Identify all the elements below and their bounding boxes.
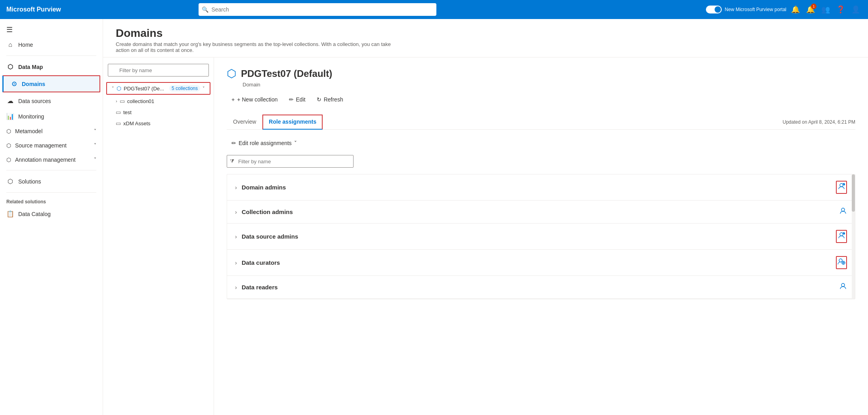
collections-count-badge: 5 collections bbox=[169, 85, 200, 92]
sidebar-item-metamodel-label: Metamodel bbox=[15, 128, 42, 134]
sidebar-item-home[interactable]: ⌂ Home bbox=[0, 37, 103, 52]
sidebar-item-data-map-label: Data Map bbox=[18, 64, 43, 70]
tree-item-test[interactable]: ▭ test bbox=[103, 107, 214, 118]
role-chevron-icon-3: › bbox=[235, 233, 237, 240]
tab-overview-label: Overview bbox=[233, 119, 256, 125]
sidebar-item-monitoring[interactable]: 📊 Monitoring bbox=[0, 109, 103, 124]
new-collection-button[interactable]: + + New collection bbox=[227, 94, 283, 105]
sidebar: ☰ ⌂ Home ⬡ Data Map ⊙ Domains ☁ Data sou… bbox=[0, 19, 103, 415]
svg-point-7 bbox=[839, 259, 842, 262]
tree-item-xdm-assets[interactable]: ▭ xDM Assets bbox=[103, 118, 214, 129]
edit-label: Edit bbox=[296, 96, 306, 103]
brand-logo: Microsoft Purview bbox=[6, 6, 61, 13]
detail-panel: ⬡ PDGTest07 (Default) Domain + + New col… bbox=[214, 57, 868, 415]
tree-root-chevron-icon: ˅ bbox=[112, 86, 114, 91]
tab-role-assignments[interactable]: Role assignments bbox=[262, 115, 323, 130]
tree-child-label-3: xDM Assets bbox=[123, 120, 209, 126]
domains-icon: ⊙ bbox=[10, 80, 18, 88]
edit-button[interactable]: ✏ Edit bbox=[284, 94, 310, 105]
tree-child-icon-1: ▭ bbox=[120, 98, 125, 104]
data-readers-role-icon bbox=[839, 282, 847, 292]
portal-toggle-label: New Microsoft Purview portal bbox=[725, 7, 786, 12]
sidebar-item-data-catalog[interactable]: 📋 Data Catalog bbox=[0, 206, 103, 222]
tree-item-collection01[interactable]: › ▭ collection01 bbox=[103, 96, 214, 107]
svg-text:+: + bbox=[843, 184, 844, 186]
notification-badge-icon[interactable]: 🔔 1 bbox=[805, 4, 816, 15]
tabs-left: Overview Role assignments bbox=[227, 115, 323, 129]
top-nav-right: New Microsoft Purview portal 🔔 🔔 1 👥 ❓ 👤 bbox=[706, 4, 862, 15]
edit-icon: ✏ bbox=[289, 96, 294, 103]
role-filter-wrapper: ⧩ bbox=[227, 155, 354, 168]
role-item-collection-admins[interactable]: › Collection admins bbox=[227, 201, 855, 224]
sidebar-item-source-management[interactable]: ⬡ Source management ˅ bbox=[0, 138, 103, 153]
sidebar-divider-1 bbox=[6, 55, 96, 56]
sidebar-item-monitoring-label: Monitoring bbox=[18, 113, 44, 120]
sidebar-divider-3 bbox=[6, 192, 96, 193]
sidebar-item-data-sources-label: Data sources bbox=[18, 98, 51, 104]
refresh-button[interactable]: ↻ Refresh bbox=[312, 94, 348, 105]
detail-heading-row: ⬡ PDGTest07 (Default) bbox=[227, 67, 855, 80]
role-item-data-source-admins[interactable]: › Data source admins + bbox=[227, 224, 855, 250]
new-collection-label: + New collection bbox=[237, 96, 277, 103]
new-collection-icon: + bbox=[231, 96, 235, 103]
tabs-row: Overview Role assignments Updated on Apr… bbox=[227, 115, 855, 130]
metamodel-icon: ⬡ bbox=[6, 128, 11, 134]
data-source-admins-role-icon: + bbox=[836, 230, 847, 243]
role-item-data-readers[interactable]: › Data readers bbox=[227, 276, 855, 299]
data-catalog-icon: 📋 bbox=[6, 210, 14, 218]
edit-role-label: Edit role assignments bbox=[239, 140, 292, 146]
sidebar-item-domains-label: Domains bbox=[22, 81, 45, 87]
detail-toolbar: + + New collection ✏ Edit ↻ Refresh bbox=[227, 94, 855, 108]
scrollbar-thumb[interactable] bbox=[852, 174, 855, 212]
refresh-icon: ↻ bbox=[317, 96, 321, 103]
hamburger-menu[interactable]: ☰ bbox=[0, 22, 103, 37]
role-item-data-curators[interactable]: › Data curators bbox=[227, 250, 855, 276]
role-name-collection-admins: Collection admins bbox=[242, 208, 834, 215]
notification-bell-icon[interactable]: 🔔 bbox=[790, 4, 801, 15]
page-title: Domains bbox=[116, 27, 855, 40]
sidebar-item-metamodel[interactable]: ⬡ Metamodel ˅ bbox=[0, 124, 103, 138]
data-curators-role-icon bbox=[836, 256, 847, 269]
solutions-icon: ⬡ bbox=[6, 178, 14, 185]
role-name-data-readers: Data readers bbox=[242, 284, 834, 291]
user-avatar-icon[interactable]: 👤 bbox=[850, 4, 862, 15]
svg-text:+: + bbox=[843, 233, 844, 235]
search-container: 🔍 bbox=[199, 3, 436, 16]
data-sources-icon: ☁ bbox=[6, 97, 14, 105]
detail-subtitle: Domain bbox=[243, 82, 855, 88]
tree-panel: ⧩ ˅ ⬡ PDGTest07 (De... 5 collections ˅ bbox=[103, 57, 214, 415]
tree-expand-icon: ˅ bbox=[203, 86, 205, 91]
tree-child-label-1: collection01 bbox=[127, 98, 209, 104]
sidebar-item-data-map[interactable]: ⬡ Data Map bbox=[0, 59, 103, 75]
role-list: › Domain admins + bbox=[227, 174, 855, 299]
tree-child-label-2: test bbox=[123, 109, 209, 115]
domains-page-header: Domains Create domains that match your o… bbox=[103, 19, 868, 57]
tab-overview[interactable]: Overview bbox=[227, 115, 262, 130]
annotation-management-icon: ⬡ bbox=[6, 157, 11, 163]
help-icon[interactable]: ❓ bbox=[835, 4, 847, 15]
tree-root-item[interactable]: ˅ ⬡ PDGTest07 (De... 5 collections ˅ bbox=[107, 83, 210, 94]
sidebar-item-solutions[interactable]: ⬡ Solutions bbox=[0, 174, 103, 189]
tree-child-chevron-icon-1: › bbox=[116, 99, 117, 103]
home-icon: ⌂ bbox=[6, 41, 14, 48]
role-filter-input[interactable] bbox=[227, 155, 354, 168]
sidebar-item-data-sources[interactable]: ☁ Data sources bbox=[0, 93, 103, 109]
page-description: Create domains that match your org's key… bbox=[116, 41, 393, 53]
sidebar-item-annotation-management[interactable]: ⬡ Annotation management ˅ bbox=[0, 153, 103, 167]
portal-toggle[interactable] bbox=[706, 6, 722, 13]
scrollbar-track bbox=[852, 174, 855, 299]
domain-admins-role-icon: + bbox=[836, 181, 847, 194]
tree-root-label: PDGTest07 (De... bbox=[124, 86, 167, 92]
edit-role-assignments-button[interactable]: ✏ Edit role assignments ˅ bbox=[227, 138, 302, 149]
edit-role-icon: ✏ bbox=[231, 140, 236, 146]
tree-child-icon-3: ▭ bbox=[116, 120, 121, 126]
detail-page-title: PDGTest07 (Default) bbox=[241, 68, 332, 79]
sidebar-item-domains[interactable]: ⊙ Domains bbox=[2, 75, 100, 92]
role-item-domain-admins[interactable]: › Domain admins + bbox=[227, 174, 855, 201]
tree-filter-input[interactable] bbox=[108, 64, 209, 76]
search-input[interactable] bbox=[199, 3, 436, 16]
refresh-label: Refresh bbox=[324, 96, 343, 103]
people-icon[interactable]: 👥 bbox=[820, 4, 832, 15]
role-chevron-icon-5: › bbox=[235, 284, 237, 291]
search-icon: 🔍 bbox=[202, 6, 208, 13]
